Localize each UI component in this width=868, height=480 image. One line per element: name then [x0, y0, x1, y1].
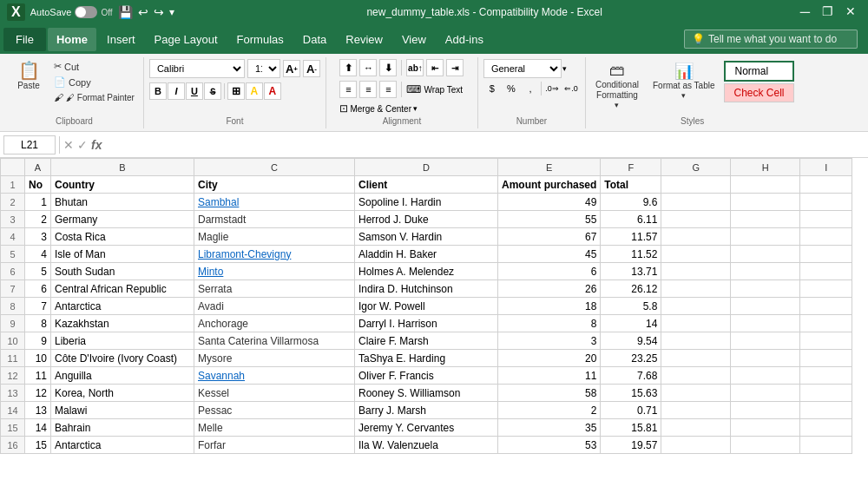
- bold-btn[interactable]: B: [149, 82, 167, 100]
- cell-h8[interactable]: [731, 298, 800, 315]
- format-painter-button[interactable]: 🖌 🖌 Format Painter: [50, 90, 138, 104]
- cell-e13[interactable]: 58: [498, 385, 601, 402]
- cell-g13[interactable]: [661, 385, 731, 402]
- cell-e10[interactable]: 3: [498, 332, 601, 350]
- cell-f14[interactable]: 0.71: [601, 402, 661, 419]
- align-center-btn[interactable]: ≡: [359, 81, 377, 98]
- cell-d5[interactable]: Aladdin H. Baker: [355, 246, 498, 263]
- cell-e9[interactable]: 8: [498, 315, 601, 332]
- normal-style-btn[interactable]: Normal: [724, 61, 793, 82]
- align-bottom-btn[interactable]: ⬇: [379, 59, 397, 76]
- cell-a4[interactable]: 3: [25, 228, 51, 246]
- cell-c3[interactable]: Darmstadt: [194, 211, 355, 228]
- cell-h12[interactable]: [731, 367, 800, 385]
- customize-icon[interactable]: ▾: [169, 6, 174, 18]
- cell-g2[interactable]: [661, 194, 731, 211]
- cell-e14[interactable]: 2: [498, 402, 601, 419]
- col-header-e[interactable]: E: [498, 159, 601, 176]
- comma-btn[interactable]: ,: [522, 81, 539, 96]
- cell-c5[interactable]: Libramont-Chevigny: [194, 246, 355, 263]
- cell-i5[interactable]: [800, 246, 852, 263]
- cell-c14[interactable]: Pessac: [194, 402, 355, 419]
- cell-g11[interactable]: [661, 350, 731, 367]
- format-as-table-btn[interactable]: 📊 Format as Table ▾: [648, 59, 720, 102]
- cell-e6[interactable]: 6: [498, 263, 601, 280]
- cell-b10[interactable]: Liberia: [51, 332, 194, 350]
- cell-d13[interactable]: Rooney S. Williamson: [355, 385, 498, 402]
- cell-g12[interactable]: [661, 367, 731, 385]
- cell-h13[interactable]: [731, 385, 800, 402]
- cell-c8[interactable]: Avadi: [194, 298, 355, 315]
- cell-i8[interactable]: [800, 298, 852, 315]
- cell-g7[interactable]: [661, 280, 731, 298]
- align-middle-btn[interactable]: ↔: [359, 59, 377, 76]
- cell-i11[interactable]: [800, 350, 852, 367]
- cell-d6[interactable]: Holmes A. Melendez: [355, 263, 498, 280]
- cell-a1[interactable]: No: [25, 176, 51, 194]
- cell-h2[interactable]: [731, 194, 800, 211]
- check-cell-btn[interactable]: Check Cell: [724, 83, 793, 102]
- cell-b1[interactable]: Country: [51, 176, 194, 194]
- copy-button[interactable]: 📄 Copy: [50, 75, 138, 89]
- cell-b6[interactable]: South Sudan: [51, 263, 194, 280]
- cell-e1[interactable]: Amount purchased: [498, 176, 601, 194]
- menu-view[interactable]: View: [393, 28, 435, 51]
- menu-review[interactable]: Review: [337, 28, 391, 51]
- cell-i12[interactable]: [800, 367, 852, 385]
- increase-decimal-btn[interactable]: .0⇒: [543, 81, 561, 96]
- cell-a7[interactable]: 6: [25, 280, 51, 298]
- align-top-btn[interactable]: ⬆: [339, 59, 357, 76]
- cell-f1[interactable]: Total: [601, 176, 661, 194]
- cell-f8[interactable]: 5.8: [601, 298, 661, 315]
- cell-f15[interactable]: 15.81: [601, 419, 661, 437]
- formula-fx-icon[interactable]: fx: [91, 138, 102, 152]
- cell-a16[interactable]: 15: [25, 437, 51, 454]
- col-header-b[interactable]: B: [51, 159, 194, 176]
- cell-a15[interactable]: 14: [25, 419, 51, 437]
- cell-f2[interactable]: 9.6: [601, 194, 661, 211]
- search-box[interactable]: 💡 Tell me what you want to do: [684, 30, 858, 49]
- cell-g5[interactable]: [661, 246, 731, 263]
- fill-color-btn[interactable]: A: [246, 82, 263, 100]
- cell-f6[interactable]: 13.71: [601, 263, 661, 280]
- col-header-d[interactable]: D: [355, 159, 498, 176]
- col-header-g[interactable]: G: [661, 159, 731, 176]
- italic-btn[interactable]: I: [168, 82, 185, 100]
- menu-home[interactable]: Home: [48, 28, 96, 51]
- indent-decrease-btn[interactable]: ⇤: [426, 59, 444, 76]
- cell-e11[interactable]: 20: [498, 350, 601, 367]
- align-right-btn[interactable]: ≡: [379, 81, 397, 98]
- undo-icon[interactable]: ↩: [138, 5, 148, 19]
- cell-i7[interactable]: [800, 280, 852, 298]
- cell-d14[interactable]: Barry J. Marsh: [355, 402, 498, 419]
- cell-b9[interactable]: Kazakhstan: [51, 315, 194, 332]
- cell-c16[interactable]: Forfar: [194, 437, 355, 454]
- cell-e8[interactable]: 18: [498, 298, 601, 315]
- text-orient-btn[interactable]: ab↑: [406, 59, 424, 76]
- cell-i9[interactable]: [800, 315, 852, 332]
- strikethrough-btn[interactable]: S̶: [204, 82, 221, 100]
- cell-e3[interactable]: 55: [498, 211, 601, 228]
- minimize-btn[interactable]: ─: [795, 4, 815, 20]
- cell-e7[interactable]: 26: [498, 280, 601, 298]
- cell-d9[interactable]: Darryl I. Harrison: [355, 315, 498, 332]
- font-grow-btn[interactable]: A+: [283, 60, 300, 77]
- indent-increase-btn[interactable]: ⇥: [446, 59, 464, 76]
- col-header-h[interactable]: H: [731, 159, 800, 176]
- col-header-f[interactable]: F: [601, 159, 661, 176]
- menu-formulas[interactable]: Formulas: [228, 28, 293, 51]
- cell-g4[interactable]: [661, 228, 731, 246]
- cell-d8[interactable]: Igor W. Powell: [355, 298, 498, 315]
- cell-h5[interactable]: [731, 246, 800, 263]
- cell-d15[interactable]: Jeremy Y. Cervantes: [355, 419, 498, 437]
- cell-b5[interactable]: Isle of Man: [51, 246, 194, 263]
- cell-b7[interactable]: Central African Republic: [51, 280, 194, 298]
- cell-a13[interactable]: 12: [25, 385, 51, 402]
- cell-a12[interactable]: 11: [25, 367, 51, 385]
- col-header-i[interactable]: I: [800, 159, 852, 176]
- cell-h1[interactable]: [731, 176, 800, 194]
- cell-d16[interactable]: Ila W. Valenzuela: [355, 437, 498, 454]
- cell-a9[interactable]: 8: [25, 315, 51, 332]
- cell-h16[interactable]: [731, 437, 800, 454]
- cell-a10[interactable]: 9: [25, 332, 51, 350]
